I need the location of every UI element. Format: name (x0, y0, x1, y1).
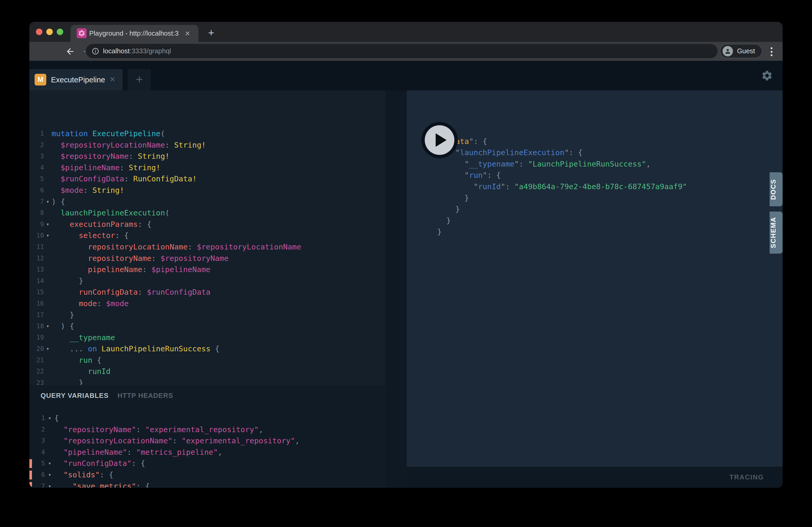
playground-new-tab-button[interactable]: + (128, 69, 151, 90)
code-line: 2"repositoryName": "experimental_reposit… (29, 424, 386, 436)
code-text: } (437, 216, 451, 225)
query-editor[interactable]: 1mutation ExecutePipeline(2$repositoryLo… (29, 90, 386, 385)
line-number: 3 (29, 435, 45, 447)
fold-arrow-icon[interactable]: ▾ (44, 321, 52, 332)
line-number: 22 (29, 366, 44, 377)
code-text: } (52, 311, 74, 319)
graphql-playground: M ExecutePipeline ✕ + PRETTIFY HISTORY h… (29, 61, 783, 488)
code-line: 8launchPipelineExecution( (29, 207, 386, 219)
profile-label: Guest (737, 47, 755, 55)
code-line: 6$mode: String! (29, 185, 386, 196)
browser-window: Playground - http://localhost:3 ✕ + loca… (29, 22, 783, 488)
code-line: 10▾selector: { (29, 230, 386, 241)
browser-tab[interactable]: Playground - http://localhost:3 ✕ (71, 25, 199, 42)
play-icon (425, 125, 454, 155)
settings-gear-icon[interactable] (761, 70, 773, 81)
url-text: localhost:3333/graphql (103, 47, 171, 55)
playground-tabbar: M ExecutePipeline ✕ + (29, 61, 783, 90)
code-text: "runId": "a49b864a-79e2-4be8-b78c-687457… (437, 182, 687, 191)
line-number: 23 (29, 377, 44, 385)
line-number: 20 (29, 343, 44, 355)
fold-arrow-icon[interactable]: ▾ (44, 219, 52, 230)
fold-arrow-icon[interactable]: ▾ (44, 230, 52, 241)
line-number: 6 (29, 185, 44, 196)
code-line: 6▾"solids": { (29, 469, 386, 481)
line-number: 12 (29, 253, 44, 264)
line-number: 15 (29, 287, 44, 298)
code-text: "run": { (437, 171, 501, 180)
code-line: 7▾"save_metrics": { (29, 481, 386, 488)
code-text: mode: $mode (52, 299, 129, 308)
code-line: ▾"launchPipelineExecution": { (427, 147, 783, 159)
code-text: $pipelineName: String! (52, 163, 160, 172)
fold-arrow-icon[interactable]: ▾ (45, 458, 54, 469)
code-text: ) { (52, 322, 74, 331)
window-close-button[interactable] (36, 29, 42, 35)
line-number: 7 (29, 196, 44, 208)
code-text: } (52, 276, 83, 285)
fold-arrow-icon[interactable]: ▾ (45, 481, 54, 488)
window-zoom-button[interactable] (57, 29, 63, 35)
profile-chip[interactable]: Guest (720, 44, 762, 58)
line-number: 13 (29, 264, 44, 275)
query-variables-panel[interactable]: QUERY VARIABLES HTTP HEADERS 1▾{2"reposi… (29, 385, 386, 488)
browser-menu-icon[interactable] (771, 47, 773, 56)
execute-play-button[interactable] (421, 122, 458, 158)
code-text: "runConfigData": { (54, 459, 145, 468)
code-line: ▾"data": { (427, 136, 783, 147)
code-line: 13pipelineName: $pipelineName (29, 264, 386, 275)
schema-side-tab[interactable]: SCHEMA (770, 212, 783, 254)
docs-side-tab[interactable]: DOCS (770, 172, 783, 206)
code-text: mutation ExecutePipeline( (52, 129, 165, 138)
code-text: "repositoryName": "experimental_reposito… (54, 425, 263, 434)
browser-tab-close-icon[interactable]: ✕ (183, 29, 192, 38)
fold-arrow-icon[interactable]: ▾ (45, 469, 54, 481)
line-number: 9 (29, 219, 44, 230)
code-line: 4"pipelineName": "metrics_pipeline", (29, 447, 386, 458)
line-number: 1 (29, 128, 44, 139)
code-text: } (437, 205, 460, 214)
code-text: $runConfigData: RunConfigData! (52, 175, 197, 183)
code-line: 2$repositoryLocationName: String! (29, 139, 386, 151)
code-text: repositoryLocationName: $repositoryLocat… (52, 242, 301, 251)
code-line: 5▾"runConfigData": { (29, 458, 386, 469)
code-text: $mode: String! (52, 186, 124, 195)
line-number: 14 (29, 275, 44, 287)
browser-titlebar: Playground - http://localhost:3 ✕ + (29, 22, 783, 42)
playground-tab-title: ExecutePipeline (51, 69, 105, 90)
pane-divider[interactable] (386, 90, 407, 488)
tab-query-variables[interactable]: QUERY VARIABLES (41, 392, 109, 400)
fold-arrow-icon[interactable]: ▾ (44, 343, 52, 355)
tab-http-headers[interactable]: HTTP HEADERS (118, 392, 173, 400)
code-line: 22runId (29, 366, 386, 377)
code-text: "__typename": "LaunchPipelineRunSuccess"… (437, 160, 651, 168)
code-line: 1mutation ExecutePipeline( (29, 128, 386, 139)
code-line: } (427, 226, 783, 238)
code-text: } (437, 227, 441, 236)
code-text: ) { (52, 197, 65, 206)
code-text: $repositoryLocationName: String! (52, 140, 206, 149)
code-line: 4$pipelineName: String! (29, 162, 386, 174)
window-minimize-button[interactable] (46, 29, 53, 35)
info-icon[interactable] (91, 47, 99, 55)
line-number: 2 (29, 424, 45, 436)
code-text: "repositoryLocationName": "experimental_… (54, 436, 300, 445)
line-number: 3 (29, 151, 44, 162)
code-line: 14} (29, 275, 386, 287)
playground-tab-close-icon[interactable]: ✕ (110, 69, 115, 90)
address-bar[interactable]: localhost:3333/graphql (86, 44, 717, 58)
code-text: __typename (52, 333, 115, 342)
fold-arrow-icon[interactable]: ▾ (45, 413, 54, 424)
code-text: runConfigData: $runConfigData (52, 288, 211, 297)
code-text: pipelineName: $pipelineName (52, 265, 211, 274)
code-line: "runId": "a49b864a-79e2-4be8-b78c-687457… (427, 181, 783, 193)
playground-tab-executepipeline[interactable]: M ExecutePipeline ✕ (29, 69, 122, 90)
code-text: "pipelineName": "metrics_pipeline", (54, 448, 222, 456)
browser-new-tab-button[interactable]: + (206, 28, 217, 39)
tracing-toggle[interactable]: TRACING (729, 467, 764, 488)
lint-marker (29, 482, 32, 488)
back-icon[interactable] (65, 46, 75, 56)
avatar-icon (723, 46, 733, 56)
fold-arrow-icon[interactable]: ▾ (44, 196, 52, 208)
line-number: 4 (29, 447, 45, 458)
